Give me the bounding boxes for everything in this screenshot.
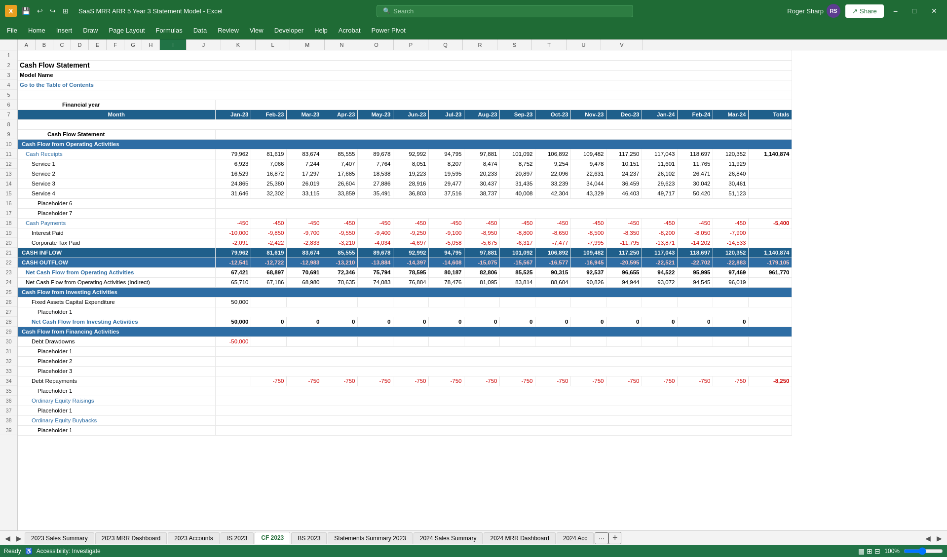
scroll-left-button[interactable]: ◀ <box>922 533 934 543</box>
tab-2023-accounts[interactable]: 2023 Accounts <box>168 532 220 544</box>
header-apr23: Apr-23 <box>322 110 357 119</box>
table-of-contents-link[interactable]: Go to the Table of Contents <box>18 80 792 90</box>
col-N[interactable]: N <box>325 39 359 50</box>
col-B[interactable]: B <box>36 39 53 50</box>
menu-formulas[interactable]: Formulas <box>151 25 188 36</box>
rownum-29: 29 <box>0 327 17 336</box>
close-button[interactable]: ✕ <box>926 5 942 17</box>
menu-acrobat[interactable]: Acrobat <box>334 25 366 36</box>
menu-home[interactable]: Home <box>23 25 50 36</box>
col-V[interactable]: V <box>601 39 643 50</box>
rownum-18: 18 <box>0 218 17 228</box>
col-D[interactable]: D <box>71 39 89 50</box>
tab-nav-left[interactable]: ◀ <box>2 533 13 543</box>
status-bar-right: ▦ ⊞ ⊟ 100% <box>858 547 943 555</box>
col-I[interactable]: I <box>160 39 187 50</box>
row-36: Ordinary Equity Raisings <box>18 396 792 406</box>
scroll-right-button[interactable]: ▶ <box>934 533 945 543</box>
col-P[interactable]: P <box>394 39 428 50</box>
tab-2023-sales-summary[interactable]: 2023 Sales Summary <box>25 532 94 544</box>
tab-2024-acc[interactable]: 2024 Acc <box>557 532 594 544</box>
col-Q[interactable]: Q <box>428 39 463 50</box>
row-38: Ordinary Equity Buybacks <box>18 415 792 425</box>
col-R[interactable]: R <box>463 39 497 50</box>
menu-review[interactable]: Review <box>213 25 244 36</box>
share-button[interactable]: ↗ Share <box>845 4 884 18</box>
row-25: Cash Flow from Investing Activities <box>18 287 792 297</box>
tab-is-2023[interactable]: IS 2023 <box>221 532 254 544</box>
header-jun23: Jun-23 <box>393 110 428 119</box>
menu-developer[interactable]: Developer <box>269 25 308 36</box>
rownum-33: 33 <box>0 366 17 376</box>
row-2: Cash Flow Statement <box>18 60 792 70</box>
tab-bs-2023[interactable]: BS 2023 <box>291 532 327 544</box>
col-M[interactable]: M <box>290 39 325 50</box>
tab-more-button[interactable]: ··· <box>595 532 608 544</box>
menu-data[interactable]: Data <box>189 25 212 36</box>
menu-draw[interactable]: Draw <box>78 25 103 36</box>
col-F[interactable]: F <box>107 39 124 50</box>
col-H[interactable]: H <box>142 39 160 50</box>
share-icon: ↗ <box>852 7 858 15</box>
autosave-button[interactable]: ⊞ <box>61 6 71 16</box>
menu-file[interactable]: File <box>2 25 22 36</box>
col-T[interactable]: T <box>532 39 567 50</box>
col-C[interactable]: C <box>53 39 71 50</box>
col-E[interactable]: E <box>89 39 107 50</box>
title-bar-right: Roger Sharp RS ↗ Share – □ ✕ <box>787 4 942 18</box>
placeholder2-fin-label: Placeholder 2 <box>18 356 215 366</box>
rownum-5: 5 <box>0 90 17 100</box>
tab-2024-sales-summary[interactable]: 2024 Sales Summary <box>414 532 483 544</box>
col-O[interactable]: O <box>359 39 394 50</box>
search-box[interactable]: 🔍 <box>377 5 633 17</box>
rownum-12: 12 <box>0 159 17 169</box>
col-J[interactable]: J <box>187 39 221 50</box>
menu-view[interactable]: View <box>245 25 268 36</box>
rownum-16: 16 <box>0 198 17 208</box>
placeholder1-buyback-label: Placeholder 1 <box>18 425 215 435</box>
header-feb24: Feb-24 <box>677 110 713 119</box>
service2-label: Service 2 <box>18 169 215 179</box>
zoom-slider[interactable] <box>904 547 943 555</box>
grid-content: Cash Flow Statement Model Name Go to the… <box>18 50 947 530</box>
rownum-21: 21 <box>0 248 17 258</box>
save-button[interactable]: 💾 <box>20 6 32 16</box>
menu-help[interactable]: Help <box>309 25 333 36</box>
view-buttons: ▦ ⊞ ⊟ <box>858 547 880 555</box>
menu-page-layout[interactable]: Page Layout <box>104 25 150 36</box>
row-22: CASH OUTFLOW -12,541 -12,722 -12,983 -13… <box>18 258 792 267</box>
col-K[interactable]: K <box>221 39 256 50</box>
row-17: Placeholder 7 <box>18 208 792 218</box>
service3-label: Service 3 <box>18 179 215 188</box>
rownum-35: 35 <box>0 386 17 396</box>
grid-body: 1 2 3 4 5 6 7 8 9 10 11 12 13 14 15 16 1… <box>0 50 947 530</box>
tab-nav-right[interactable]: ▶ <box>13 533 25 543</box>
page-layout-button[interactable]: ⊞ <box>867 547 872 555</box>
normal-view-button[interactable]: ▦ <box>858 547 865 555</box>
tab-statements-summary-2023[interactable]: Statements Summary 2023 <box>328 532 412 544</box>
row-13: Service 2 16,529 16,872 17,297 17,685 18… <box>18 169 792 179</box>
menu-insert[interactable]: Insert <box>51 25 77 36</box>
minimize-button[interactable]: – <box>889 5 903 17</box>
row-29: Cash Flow from Financing Activities <box>18 327 792 336</box>
row-12: Service 1 6,923 7,066 7,244 7,407 7,764 … <box>18 159 792 169</box>
new-tab-button[interactable]: + <box>608 532 622 544</box>
col-L[interactable]: L <box>256 39 290 50</box>
col-U[interactable]: U <box>567 39 601 50</box>
col-S[interactable]: S <box>497 39 532 50</box>
rownum-28: 28 <box>0 317 17 327</box>
page-break-button[interactable]: ⊟ <box>874 547 880 555</box>
redo-button[interactable]: ↪ <box>48 6 58 16</box>
menu-power-pivot[interactable]: Power Pivot <box>367 25 411 36</box>
tab-2024-mrr-dashboard[interactable]: 2024 MRR Dashboard <box>484 532 555 544</box>
header-sep23: Sep-23 <box>499 110 535 119</box>
col-G[interactable]: G <box>124 39 142 50</box>
undo-button[interactable]: ↩ <box>35 6 45 16</box>
row-6: Financial year <box>18 100 792 110</box>
tab-2023-mrr-dashboard[interactable]: 2023 MRR Dashboard <box>95 532 167 544</box>
maximize-button[interactable]: □ <box>908 5 921 17</box>
search-input[interactable] <box>393 7 627 15</box>
accessibility-label: Accessibility: Investigate <box>37 548 101 555</box>
tab-cf-2023[interactable]: CF 2023 <box>255 532 290 544</box>
col-A[interactable]: A <box>18 39 36 50</box>
